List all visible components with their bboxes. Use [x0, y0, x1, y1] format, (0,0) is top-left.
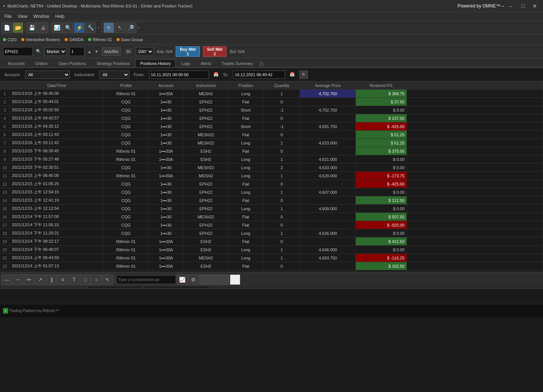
symbol-search-input[interactable] [116, 275, 176, 284]
menu-window[interactable]: Window [30, 13, 52, 20]
bt-rect[interactable]: □ [80, 274, 90, 285]
row-position: Short [228, 106, 263, 114]
calendar-from-icon[interactable]: 📅 [213, 72, 219, 77]
menu-view[interactable]: View [15, 13, 30, 20]
table-row[interactable]: 5 2021/12/16 上午 04:35:12 CQG 1▪▪▪30 EPH2… [0, 122, 543, 131]
toolbar-more[interactable]: » [96, 25, 100, 29]
tab-trades-summary[interactable]: Trades Summary [217, 59, 258, 67]
col-position[interactable]: Position [228, 82, 263, 90]
askbid-button[interactable]: Ask/Bid [102, 47, 121, 56]
table-row[interactable]: 21 2021/12/14 上午 06:44:59 Rithmic 01 1▪▪… [0, 254, 543, 262]
bt-channel[interactable]: ∥ [46, 274, 57, 285]
save-button[interactable]: 💾 [27, 22, 37, 33]
crosshair-button[interactable]: ✛ [104, 22, 114, 33]
symbol-input[interactable] [3, 47, 33, 56]
table-row[interactable]: 17 2021/12/14 下午 11:56:15 CQG 1▪▪▪30 EPH… [0, 221, 543, 229]
table-row[interactable]: 19 2021/12/14 下午 08:22:17 Rithmic 01 1▪▪… [0, 237, 543, 246]
maximize-button[interactable]: □ [518, 2, 528, 10]
indicator-btn[interactable]: ⚙ [188, 274, 198, 285]
open-button[interactable]: 📂 [13, 22, 23, 33]
tab-logs[interactable]: Logs [176, 59, 195, 67]
table-row[interactable]: 1 2021/12/16 上午 06:45:00 Rithmic 01 1▪▪▪… [0, 90, 543, 98]
col-quantity[interactable]: Quantity [263, 82, 300, 90]
table-row[interactable]: 18 2021/12/14 下午 11:20:21 CQG 1▪▪▪30 EPH… [0, 229, 543, 237]
table-row[interactable]: 6 2021/12/16 上午 03:11:43 CQG 1▪▪▪30 MESH… [0, 131, 543, 139]
bt-text[interactable]: T [69, 274, 79, 285]
order-button[interactable]: ⚡ [74, 22, 84, 33]
color-btn[interactable] [199, 274, 229, 285]
bt-line[interactable]: — [1, 274, 12, 285]
chart-button[interactable]: 📊 [52, 22, 62, 33]
bt-draw[interactable]: ✏ [24, 274, 34, 285]
pointer-button[interactable]: ↖ [115, 22, 125, 33]
print-button[interactable]: 🖨 [38, 22, 48, 33]
col-instrument[interactable]: Instrument [184, 82, 228, 90]
positions-table: Date/Time Profile Account Instrument Pos… [0, 81, 543, 279]
table-row[interactable]: 10 2021/12/15 下午 02:30:51 CQG 1▪▪▪30 MES… [0, 164, 543, 172]
row-qty: 0 [263, 213, 300, 221]
minimize-button[interactable]: – [506, 2, 516, 10]
zoom-button[interactable]: 🔎 [126, 22, 136, 33]
data-table-wrap[interactable]: Date/Time Profile Account Instrument Pos… [0, 81, 543, 279]
bt-ellipse[interactable]: ○ [91, 274, 102, 285]
tab-positions-history[interactable]: Positions History [135, 59, 176, 67]
row-position: Long [228, 90, 263, 98]
table-row[interactable]: 3 2021/12/16 上午 05:02:50 CQG 1▪▪▪30 EPH2… [0, 106, 543, 114]
close-button[interactable]: ✕ [530, 2, 540, 10]
sell-button[interactable]: Sell Mkt 1 [203, 46, 227, 57]
row-avg-price: 4,629.000 [300, 172, 356, 180]
table-row[interactable]: 12 2021/12/15 上午 01:05:25 CQG 1▪▪▪30 EPH… [0, 180, 543, 188]
tab-orders[interactable]: Orders [30, 59, 53, 67]
row-position: Flat [228, 98, 263, 106]
table-row[interactable]: 2 2021/12/16 上午 05:44:01 CQG 1▪▪▪30 EPH2… [0, 98, 543, 106]
col-account[interactable]: Account [148, 82, 184, 90]
table-row[interactable]: 20 2021/12/14 下午 06:48:07 Rithmic 01 1▪▪… [0, 246, 543, 254]
white-btn[interactable] [230, 274, 240, 285]
table-row[interactable]: 9 2021/12/15 下午 05:27:48 Rithmic 01 1▪▪▪… [0, 155, 543, 164]
from-input[interactable] [149, 71, 209, 79]
menu-file[interactable]: File [1, 13, 15, 20]
bt-cursor[interactable]: ↖ [102, 274, 113, 285]
bt-fib[interactable]: ≡ [58, 274, 68, 285]
table-row[interactable]: 13 2021/12/15 上午 12:54:15 CQG 1▪▪▪30 EPH… [0, 188, 543, 196]
tab-strategy-positions[interactable]: Strategy Positions [92, 59, 135, 67]
tabs-expand-icon[interactable]: ▷ [259, 60, 266, 67]
scanner-button[interactable]: 🔍 [63, 22, 73, 33]
table-row[interactable]: 11 2021/12/15 上午 06:45:00 Rithmic 01 1▪▪… [0, 172, 543, 180]
tab-accounts[interactable]: Accounts [3, 59, 30, 67]
row-position: Long [228, 188, 263, 196]
bt-ray[interactable]: ↗ [35, 274, 46, 285]
tools-button[interactable]: 🔧 [85, 22, 96, 33]
col-avg-price[interactable]: Average Price [300, 82, 356, 90]
instrument-select[interactable]: All [99, 71, 129, 79]
col-datetime[interactable]: Date/Time [9, 82, 104, 90]
search-icon[interactable]: 🔍 [36, 49, 41, 54]
table-row[interactable]: 8 2021/12/15 下午 06:30:45 Rithmic 01 1▪▪▪… [0, 147, 543, 155]
tab-alerts[interactable]: Alerts [196, 59, 216, 67]
bt-hline[interactable]: ─ [13, 274, 23, 285]
refresh-button[interactable]: ↻ [299, 71, 308, 79]
col-profile[interactable]: Profile [104, 82, 148, 90]
toolbar-more2[interactable]: » [137, 25, 141, 29]
order-type-select[interactable]: Market [44, 47, 67, 56]
chart-type-btn[interactable]: 📈 [177, 274, 187, 285]
row-position: Short [228, 122, 263, 131]
account-select[interactable]: All [25, 71, 70, 79]
buy-button[interactable]: Buy Mkt 1 [176, 46, 200, 57]
quantity-input[interactable] [70, 47, 84, 56]
table-row[interactable]: 15 2021/12/15 上午 12:12:54 CQG 1▪▪▪30 EPH… [0, 205, 543, 213]
table-row[interactable]: 4 2021/12/16 上午 04:42:57 CQG 1▪▪▪30 EPH2… [0, 114, 543, 122]
period-select[interactable]: DAY [136, 47, 154, 56]
to-input[interactable] [233, 71, 285, 79]
qty-down-icon[interactable]: ▼ [95, 49, 99, 54]
new-button[interactable]: 📄 [1, 22, 12, 33]
table-row[interactable]: 22 2021/12/14 上午 01:07:13 Rithmic 01 1▪▪… [0, 262, 543, 270]
tab-open-positions[interactable]: Open Positions [53, 59, 91, 67]
calendar-to-icon[interactable]: 📅 [290, 72, 295, 77]
col-pnl[interactable]: Realized P/L [356, 82, 407, 90]
table-row[interactable]: 7 2021/12/16 上午 03:11:42 CQG 1▪▪▪30 MESH… [0, 139, 543, 147]
table-row[interactable]: 16 2021/12/14 下午 11:57:00 CQG 1▪▪▪30 MES… [0, 213, 543, 221]
qty-up-icon[interactable]: ▲ [87, 49, 92, 54]
table-row[interactable]: 14 2021/12/15 上午 12:41:19 CQG 1▪▪▪30 EPH… [0, 196, 543, 205]
menu-help[interactable]: Help [52, 13, 68, 20]
